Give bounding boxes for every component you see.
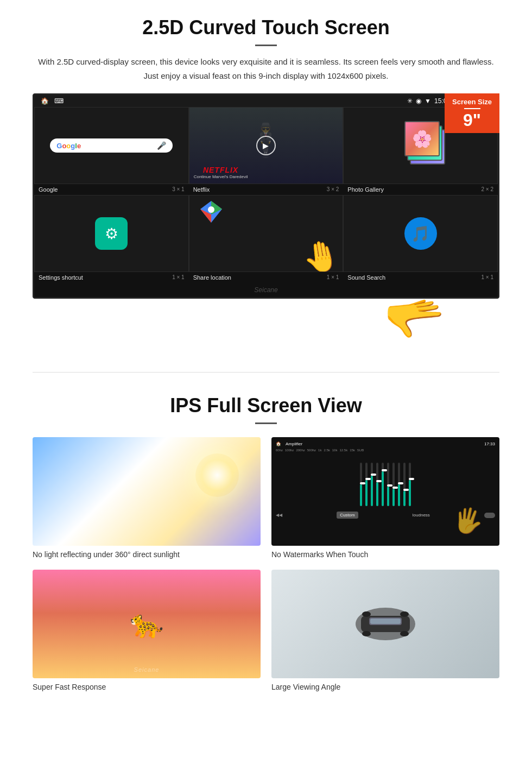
loudness-label: loudness xyxy=(413,513,430,518)
top-label-row: Google 3 × 1 Netflix 3 × 2 Photo Gallery… xyxy=(34,184,498,195)
share-app-name: Share location xyxy=(193,274,231,281)
amp-time: 17:33 xyxy=(484,441,495,446)
status-bar-left: 🏠 ⌨ xyxy=(41,97,64,105)
slider-10 xyxy=(409,463,411,506)
svg-point-8 xyxy=(362,611,371,617)
google-label: Google 3 × 1 xyxy=(34,184,189,195)
sound-label: Sound Search 1 × 1 xyxy=(343,272,498,283)
amp-slider-group xyxy=(276,454,495,508)
play-button[interactable]: ▶ xyxy=(256,136,276,155)
amp-back: ◀◀ xyxy=(276,513,282,518)
amp-title: Amplifier xyxy=(286,441,302,446)
netflix-info-overlay: NETFLIX Continue Marvel's Daredevil xyxy=(194,166,248,179)
seicane-watermark-cheetah: Seicane xyxy=(134,666,160,673)
sunlight-image xyxy=(33,437,261,546)
google-app-size: 3 × 1 xyxy=(172,186,185,193)
sunlight-background xyxy=(33,437,261,546)
cheetah-image: 🐆 Seicane xyxy=(33,570,261,678)
screen-size-badge: Screen Size 9" xyxy=(445,93,499,133)
section1-title: 2.5D Curved Touch Screen xyxy=(33,16,499,39)
usb-icon: ⌨ xyxy=(54,97,64,105)
screen-mockup: Screen Size 9" 🏠 ⌨ ✳ ◉ ▼ 15:06 📷 🔊 ⊠ xyxy=(33,93,499,345)
slider-5 xyxy=(382,463,384,506)
svg-point-11 xyxy=(400,631,409,636)
share-label: Share location 1 × 1 xyxy=(189,272,344,283)
share-app-size: 1 × 1 xyxy=(327,274,339,281)
custom-btn[interactable]: Custom xyxy=(337,512,358,519)
bottom-app-row: ⚙ 🤚 xyxy=(34,195,498,272)
sound-cell-inner: 🎵 xyxy=(344,195,497,272)
svg-point-9 xyxy=(400,611,409,617)
netflix-label: Netflix 3 × 2 xyxy=(189,184,344,195)
sound-search-cell[interactable]: 🎵 xyxy=(343,195,498,272)
netflix-cell-inner: 🕴 ▶ NETFLIX Continue Marvel's Daredevil xyxy=(189,108,343,184)
slider-3 xyxy=(371,463,373,506)
netflix-subtitle: Continue Marvel's Daredevil xyxy=(194,174,248,179)
microphone-icon[interactable]: 🎤 xyxy=(157,141,166,150)
hand-gesture-large: 🫳 xyxy=(382,283,502,350)
svg-point-3 xyxy=(208,206,214,213)
amplifier-image: 🏠 Amplifier 17:33 60hz100hz200hz500hz1k2… xyxy=(271,437,499,546)
title-divider xyxy=(255,45,277,46)
section2-divider xyxy=(255,422,277,424)
slider-4 xyxy=(376,463,378,506)
bottom-label-row: Settings shortcut 1 × 1 Share location 1… xyxy=(34,272,498,283)
share-location-cell[interactable]: 🤚 xyxy=(189,195,344,272)
hand-pointing-icon: 🤚 xyxy=(300,236,343,272)
settings-app-size: 1 × 1 xyxy=(172,274,185,281)
settings-app-cell[interactable]: ⚙ xyxy=(34,195,189,272)
netflix-app-cell[interactable]: 🕴 ▶ NETFLIX Continue Marvel's Daredevil xyxy=(189,107,344,184)
slider-2 xyxy=(365,463,368,506)
car-background xyxy=(271,570,499,678)
badge-divider xyxy=(464,108,480,109)
cheetah-icon: 🐆 xyxy=(130,608,163,640)
amplifier-caption: No Watermarks When Touch xyxy=(271,550,499,559)
amplifier-card: 🏠 Amplifier 17:33 60hz100hz200hz500hz1k2… xyxy=(271,437,499,559)
status-bar: 🏠 ⌨ ✳ ◉ ▼ 15:06 📷 🔊 ⊠ ▭ xyxy=(34,95,498,107)
settings-icon: ⚙ xyxy=(95,217,128,250)
home-icon[interactable]: 🏠 xyxy=(41,97,49,105)
slider-7 xyxy=(392,463,395,506)
amp-freq-labels: 60hz100hz200hz500hz1k2.5k10k12.5k15kSUB xyxy=(276,449,495,452)
slider-8 xyxy=(398,463,400,506)
google-cell-inner: Google 🎤 xyxy=(35,108,188,184)
netflix-logo: NETFLIX xyxy=(194,166,248,174)
sound-search-icon: 🎵 xyxy=(404,217,437,250)
google-app-cell[interactable]: Google 🎤 xyxy=(34,107,189,184)
bluetooth-icon: ✳ xyxy=(407,97,413,105)
car-svg xyxy=(342,597,429,651)
sunlight-caption: No light reflecting under 360° direct su… xyxy=(33,550,261,559)
sound-app-name: Sound Search xyxy=(347,274,385,281)
feature-image-grid: No light reflecting under 360° direct su… xyxy=(33,437,499,691)
flower-icon: 🌸 xyxy=(412,129,432,148)
section-curved-screen: 2.5D Curved Touch Screen With 2.5D curve… xyxy=(0,0,532,356)
android-screen: 🏠 ⌨ ✳ ◉ ▼ 15:06 📷 🔊 ⊠ ▭ xyxy=(33,93,499,299)
slider-9 xyxy=(403,463,406,506)
netflix-app-size: 3 × 2 xyxy=(327,186,339,193)
slider-1 xyxy=(360,463,362,506)
gallery-stack: 🌸 xyxy=(396,121,445,170)
svg-point-10 xyxy=(362,631,371,636)
home-icon-amp: 🏠 xyxy=(276,441,281,446)
section1-description: With 2.5D curved-display screen, this de… xyxy=(33,55,499,83)
car-card: Large Viewing Angle xyxy=(271,570,499,691)
settings-cell-inner: ⚙ xyxy=(35,195,188,272)
section-ips-screen: IPS Full Screen View No light reflecting… xyxy=(0,389,532,708)
gallery-label: Photo Gallery 2 × 2 xyxy=(343,184,498,195)
loudness-toggle[interactable] xyxy=(484,513,495,518)
cheetah-caption: Super Fast Response xyxy=(33,683,261,691)
amp-header: 🏠 Amplifier 17:33 xyxy=(276,441,495,446)
section2-title: IPS Full Screen View xyxy=(33,394,499,417)
cheetah-background: 🐆 xyxy=(33,570,261,678)
car-image xyxy=(271,570,499,678)
settings-label: Settings shortcut 1 × 1 xyxy=(34,272,189,283)
g-maps-icon xyxy=(200,201,222,225)
google-search-bar[interactable]: Google 🎤 xyxy=(50,138,173,153)
svg-rect-7 xyxy=(370,619,401,624)
signal-icon: ▼ xyxy=(425,97,431,105)
cheetah-card: 🐆 Seicane Super Fast Response xyxy=(33,570,261,691)
share-cell-inner: 🤚 xyxy=(189,195,343,272)
gallery-img-main: 🌸 xyxy=(404,121,440,156)
slider-6 xyxy=(387,463,389,506)
sun-glow xyxy=(195,453,239,497)
